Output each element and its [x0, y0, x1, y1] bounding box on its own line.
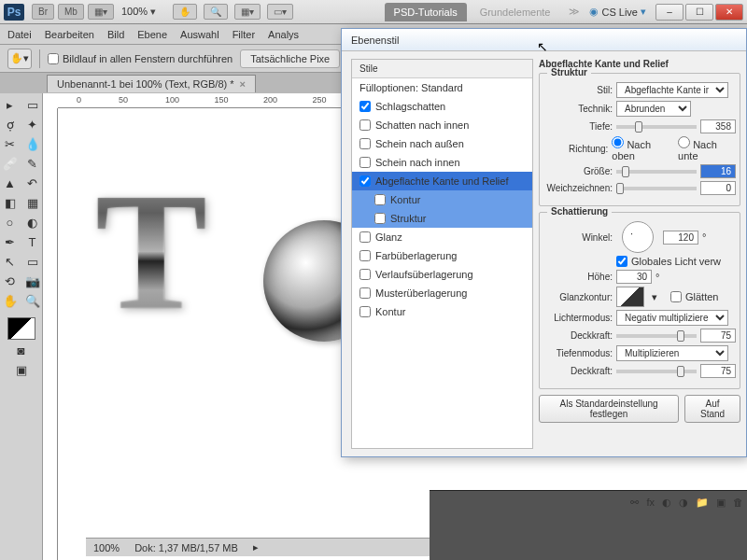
- lasso-tool[interactable]: ợ: [0, 115, 21, 133]
- groesse-input[interactable]: [700, 164, 736, 178]
- style-item[interactable]: Musterüberlagerung: [352, 284, 532, 302]
- history-tool[interactable]: ↶: [22, 174, 43, 192]
- glaetten-checkbox[interactable]: Glätten: [670, 291, 718, 302]
- tiefm-select[interactable]: Multiplizieren: [616, 345, 728, 361]
- groesse-slider[interactable]: [616, 170, 697, 174]
- menu-filter[interactable]: Filter: [233, 29, 255, 40]
- close-tab-icon[interactable]: ×: [240, 78, 246, 90]
- workspace-tab-active[interactable]: PSD-Tutorials: [385, 3, 467, 21]
- arrange-icon[interactable]: ▦▾: [234, 4, 261, 20]
- folder-icon[interactable]: 📁: [696, 497, 709, 509]
- hand-tool[interactable]: ✋: [0, 291, 21, 310]
- menu-analyse[interactable]: Analys: [268, 29, 299, 40]
- heal-tool[interactable]: 🩹: [0, 154, 21, 173]
- new-icon[interactable]: ▣: [716, 497, 726, 509]
- trash-icon[interactable]: 🗑: [733, 497, 743, 509]
- style-item[interactable]: Verlaufsüberlagerung: [352, 265, 532, 284]
- minimize-button[interactable]: –: [655, 4, 684, 21]
- style-item[interactable]: Kontur: [352, 302, 532, 321]
- menu-datei[interactable]: Datei: [7, 29, 32, 40]
- tiefe-slider[interactable]: [616, 125, 697, 129]
- adjust-icon[interactable]: ◑: [679, 497, 688, 509]
- lichter-select[interactable]: Negativ multiplizieren: [616, 310, 728, 326]
- menu-ebene[interactable]: Ebene: [137, 29, 167, 40]
- technik-select[interactable]: Abrunden: [616, 101, 691, 117]
- zoom-top-icon[interactable]: 🔍: [204, 4, 228, 20]
- style-item[interactable]: Schein nach außen: [352, 134, 532, 153]
- weich-input[interactable]: [700, 181, 736, 195]
- quickmask-icon[interactable]: ◙: [11, 341, 32, 359]
- hand-top-icon[interactable]: ✋: [173, 4, 197, 20]
- style-item[interactable]: Glanz: [352, 228, 532, 246]
- mask-icon[interactable]: ◐: [662, 497, 671, 509]
- shape-tool[interactable]: ▭: [22, 252, 43, 271]
- zoom-display[interactable]: 100% ▾: [121, 6, 156, 18]
- dodge-tool[interactable]: ◐: [22, 213, 43, 231]
- color-swatch[interactable]: [7, 317, 35, 340]
- contour-picker[interactable]: [616, 287, 644, 307]
- document-tab[interactable]: Unbenannt-1 bei 100% (Text, RGB/8) *×: [47, 75, 256, 92]
- set-default-button[interactable]: Als Standardeinstellung festlegen: [539, 395, 679, 423]
- workspace-tab[interactable]: Grundelemente: [471, 3, 560, 21]
- deck1-slider[interactable]: [616, 334, 697, 338]
- hoehe-input[interactable]: [616, 270, 652, 284]
- mb-btn[interactable]: Mb: [58, 4, 84, 20]
- wand-tool[interactable]: ✦: [22, 115, 43, 133]
- richtung-up-radio[interactable]: Nach oben: [612, 136, 672, 161]
- gradient-tool[interactable]: ▦: [22, 193, 43, 212]
- deck1-input[interactable]: [700, 329, 736, 343]
- brush-tool[interactable]: ✎: [22, 154, 43, 173]
- close-button[interactable]: ✕: [715, 4, 743, 21]
- scroll-all-checkbox[interactable]: Bildlauf in allen Fenstern durchführen: [48, 53, 233, 64]
- screen-icon[interactable]: ▭▾: [267, 4, 293, 20]
- stamp-tool[interactable]: ▲: [0, 174, 21, 192]
- status-doc[interactable]: Dok: 1,37 MB/1,57 MB: [134, 542, 238, 553]
- style-item[interactable]: Schein nach innen: [352, 153, 532, 172]
- deck2-slider[interactable]: [616, 370, 697, 373]
- style-item[interactable]: Schlagschatten: [352, 97, 532, 116]
- blur-tool[interactable]: ○: [0, 213, 21, 231]
- br-btn[interactable]: Br: [32, 4, 54, 20]
- angle-wheel[interactable]: [622, 221, 654, 253]
- menu-auswahl[interactable]: Auswahl: [180, 29, 219, 40]
- winkel-input[interactable]: [663, 231, 698, 245]
- move-tool[interactable]: ▸: [0, 95, 21, 114]
- menu-bild[interactable]: Bild: [107, 29, 124, 40]
- style-item[interactable]: Farbüberlagerung: [352, 246, 532, 265]
- zoom-tool[interactable]: 🔍: [22, 291, 43, 310]
- path-tool[interactable]: ↖: [0, 252, 21, 271]
- marquee-tool[interactable]: ▭: [22, 95, 43, 114]
- style-item[interactable]: Kontur: [352, 190, 532, 209]
- workspace-more-icon[interactable]: ≫: [563, 6, 585, 18]
- 3d-tool[interactable]: ⟲: [0, 272, 21, 290]
- dialog-title[interactable]: Ebenenstil: [342, 29, 746, 51]
- reset-default-button[interactable]: Auf Stand: [684, 395, 740, 423]
- view-btn[interactable]: ▦▾: [88, 4, 114, 20]
- richtung-down-radio[interactable]: Nach unte: [678, 136, 736, 161]
- hand-tool-icon[interactable]: ✋▾: [7, 49, 32, 69]
- style-item[interactable]: Fülloptionen: Standard: [352, 78, 532, 97]
- fx-icon[interactable]: fx: [646, 497, 655, 509]
- screenmode-icon[interactable]: ▣: [11, 360, 32, 379]
- 3dcam-tool[interactable]: 📷: [22, 272, 43, 290]
- deck2-input[interactable]: [700, 364, 736, 378]
- eyedrop-tool[interactable]: 💧: [22, 134, 43, 153]
- eraser-tool[interactable]: ◧: [0, 193, 21, 212]
- pen-tool[interactable]: ✒: [0, 232, 21, 251]
- maximize-button[interactable]: ☐: [685, 4, 713, 21]
- weich-slider[interactable]: [616, 187, 697, 190]
- actual-pixels-button[interactable]: Tatsächliche Pixe: [240, 49, 340, 68]
- style-item[interactable]: Abgeflachte Kante und Relief: [352, 172, 532, 190]
- status-zoom[interactable]: 100%: [93, 542, 120, 553]
- menu-bearbeiten[interactable]: Bearbeiten: [45, 29, 94, 40]
- style-item[interactable]: Struktur: [352, 209, 532, 228]
- stil-select[interactable]: Abgeflachte Kante innen: [616, 82, 728, 98]
- style-item[interactable]: Schatten nach innen: [352, 116, 532, 134]
- cs-live-button[interactable]: ◉ CS Live ▾: [589, 6, 646, 18]
- status-arrow-icon[interactable]: ▸: [253, 541, 259, 553]
- tiefe-input[interactable]: [700, 119, 736, 133]
- type-tool[interactable]: T: [22, 232, 43, 251]
- crop-tool[interactable]: ✂: [0, 134, 21, 153]
- global-light-checkbox[interactable]: Globales Licht verw: [616, 256, 721, 267]
- link-icon[interactable]: ⚯: [630, 497, 639, 509]
